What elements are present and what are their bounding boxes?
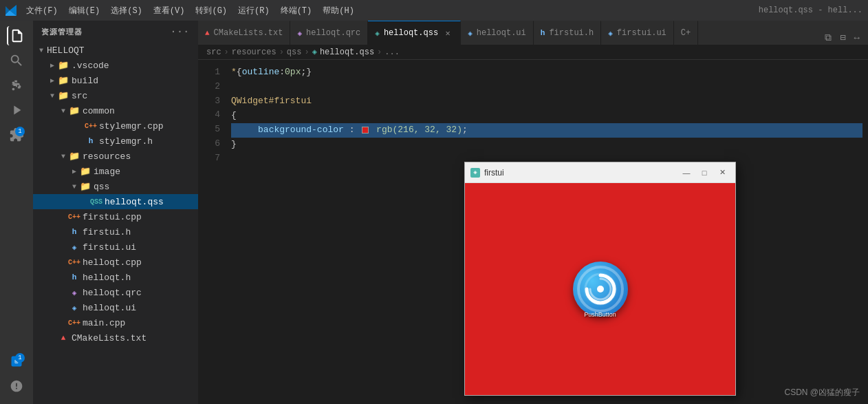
activity-explorer[interactable] [7,26,26,45]
tab-bar: ▲ CMakeLists.txt ◈ helloqt.qrc ◈ helloqt… [198,21,868,45]
push-button[interactable]: PushButton [573,262,628,317]
firstui-cpp-icon: C++ [69,211,80,222]
menu-file[interactable]: 文件(F) [21,3,63,18]
sidebar-more-button[interactable]: ··· [171,26,190,37]
tab-ui-label: helloqt.ui [477,28,526,38]
stylemgr-cpp-label: stylemgr.cpp [99,121,164,131]
tree-item-image[interactable]: ▶ 📁 image [33,164,198,179]
title-menu: 文件(F) 编辑(E) 选择(S) 查看(V) 转到(G) 运行(R) 终端(T… [21,3,360,18]
tree-root[interactable]: ▼ HELLOQT [33,43,198,58]
tree-item-stylemgr-h[interactable]: ▶ h stylemgr.h [33,134,198,149]
helloqt-qss-label: helloqt.qss [105,197,164,207]
code-line-6: } [231,138,862,152]
stylemgr-h-label: stylemgr.h [99,136,153,147]
tab-firstui-ui[interactable]: ◈ firstui.ui [601,21,674,45]
sidebar: 资源管理器 ··· ▼ HELLOQT ▶ 📁 .vscode ▶ 📁 buil… [33,21,198,404]
menu-goto[interactable]: 转到(G) [190,3,232,18]
tab-firstui-ui-icon: ◈ [608,29,613,38]
line-num-1: 1 [204,65,220,80]
tree-item-firstui-ui[interactable]: ▶ ◈ firstui.ui [33,240,198,255]
tree-item-src[interactable]: ▼ 📁 src [33,88,198,103]
tree-item-helloqt-h[interactable]: ▶ h helloqt.h [33,270,198,285]
menu-help[interactable]: 帮助(H) [317,3,360,18]
menu-view[interactable]: 查看(V) [148,3,191,18]
sidebar-root-label: HELLOQT [47,45,85,56]
activity-source-control[interactable] [7,76,26,95]
tree-item-qss[interactable]: ▼ 📁 qss [33,179,198,194]
svg-point-2 [585,274,616,304]
common-chevron: ▼ [58,105,69,116]
tab-firstui-h[interactable]: h firstui.h [534,21,601,45]
qt-close-button[interactable]: ✕ [715,167,730,179]
tree-item-common[interactable]: ▼ 📁 common [33,103,198,118]
tree-item-firstui-h[interactable]: ▶ h firstui.h [33,224,198,240]
firstui-h-icon: h [69,226,80,237]
activity-search[interactable] [7,51,26,70]
tree-item-stylemgr-cpp[interactable]: ▶ C++ stylemgr.cpp [33,118,198,134]
breadcrumb-src[interactable]: src [206,47,221,57]
helloqt-h-label: helloqt.h [83,273,131,283]
line-num-6: 6 [204,137,220,151]
tree-item-main-cpp[interactable]: ▶ C++ main.cpp [33,315,198,330]
breadcrumb-file[interactable]: helloqt.qss [320,47,374,57]
code-rgb-close: ) [457,125,462,135]
vscode-chevron: ▶ [47,60,58,71]
qt-title-icon: ◈ [470,168,480,178]
tab-cpp[interactable]: C+ [674,21,698,45]
src-label: src [72,91,87,101]
code-selector-star: * [231,67,237,77]
tree-item-helloqt-ui[interactable]: ▶ ◈ helloqt.ui [33,300,198,315]
tab-qss-close[interactable]: ✕ [442,28,453,39]
main-layout: 1 ⊞ 1 资源管理器 ··· ▼ HELLOQT [0,21,868,404]
build-folder-icon: 📁 [58,75,69,86]
menu-select[interactable]: 选择(S) [105,3,148,18]
code-line-1: *{outline:0px;} [231,65,862,80]
tab-ui-icon: ◈ [468,29,473,38]
code-line-3: QWidget#firstui [231,94,862,109]
breadcrumb-resources[interactable]: resources [232,47,276,57]
code-rgb-values: 216, 32, 32 [398,125,457,135]
tab-cmakelists[interactable]: ▲ CMakeLists.txt [198,21,290,45]
tree-item-build[interactable]: ▶ 📁 build [33,73,198,88]
code-brace-open: { [237,67,242,77]
tab-cpp-label: C+ [681,28,691,38]
root-chevron: ▼ [36,45,47,56]
activity-extensions[interactable]: 1 [7,125,26,145]
activity-remote[interactable]: ⊞ 1 [7,352,26,371]
tree-item-resources[interactable]: ▼ 📁 resources [33,149,198,164]
tab-helloqt-qss[interactable]: ◈ helloqt.qss ✕ [368,21,461,45]
tree-item-helloqt-qss[interactable]: ▶ QSS helloqt.qss [33,194,198,209]
menu-run[interactable]: 运行(R) [232,3,275,18]
qt-maximize-button[interactable]: □ [697,167,712,179]
menu-edit[interactable]: 编辑(E) [63,3,106,18]
tab-helloqt-qrc[interactable]: ◈ helloqt.qrc [290,21,368,45]
tree-item-vscode[interactable]: ▶ 📁 .vscode [33,58,198,73]
breadcrumb-qss[interactable]: qss [287,47,302,57]
tab-layout-button[interactable]: ⊟ [837,30,848,45]
resources-folder-icon: 📁 [69,151,80,162]
line-num-4: 4 [204,108,220,123]
tree-item-helloqt-qrc[interactable]: ▶ ◈ helloqt.qrc [33,285,198,300]
tab-qss-label: helloqt.qss [384,28,438,38]
menu-terminal[interactable]: 终端(T) [275,3,318,18]
helloqt-ui-icon: ◈ [69,302,80,313]
title-bar: 文件(F) 编辑(E) 选择(S) 查看(V) 转到(G) 运行(R) 终端(T… [0,0,868,21]
tree-item-helloqt-cpp[interactable]: ▶ C++ helloqt.cpp [33,255,198,270]
tree-item-firstui-cpp[interactable]: ▶ C++ firstui.cpp [33,209,198,224]
source-control-icon [9,78,24,93]
extensions-badge: 1 [15,127,25,136]
cmakelists-label: CMakeLists.txt [72,333,147,343]
tab-overflow-button[interactable]: ↔ [851,31,862,45]
sidebar-title: 资源管理器 [41,27,83,37]
qt-content: PushButton [465,183,735,395]
activity-bar-bottom: ⊞ 1 [7,349,26,404]
tab-split-button[interactable]: ⧉ [822,31,834,45]
activity-run[interactable] [7,100,26,120]
vscode-logo [6,5,17,16]
tab-helloqt-ui[interactable]: ◈ helloqt.ui [461,21,534,45]
code-zero: 0px [285,67,301,77]
tree-item-cmakelists[interactable]: ▶ ▲ CMakeLists.txt [33,330,198,345]
qt-minimize-button[interactable]: — [679,167,694,179]
activity-errors[interactable] [7,376,26,396]
breadcrumb-more[interactable]: ... [384,47,400,57]
